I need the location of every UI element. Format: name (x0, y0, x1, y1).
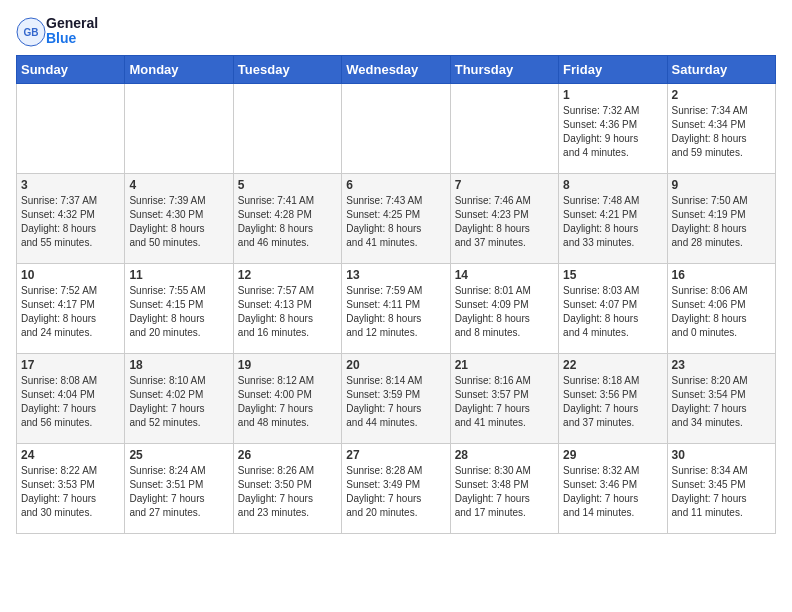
day-info: Sunrise: 7:48 AM Sunset: 4:21 PM Dayligh… (563, 194, 662, 250)
calendar-cell: 27Sunrise: 8:28 AM Sunset: 3:49 PM Dayli… (342, 443, 450, 533)
day-number: 30 (672, 448, 771, 462)
calendar-cell: 15Sunrise: 8:03 AM Sunset: 4:07 PM Dayli… (559, 263, 667, 353)
day-info: Sunrise: 8:12 AM Sunset: 4:00 PM Dayligh… (238, 374, 337, 430)
calendar-cell: 16Sunrise: 8:06 AM Sunset: 4:06 PM Dayli… (667, 263, 775, 353)
day-number: 5 (238, 178, 337, 192)
calendar-cell: 22Sunrise: 8:18 AM Sunset: 3:56 PM Dayli… (559, 353, 667, 443)
day-info: Sunrise: 7:46 AM Sunset: 4:23 PM Dayligh… (455, 194, 554, 250)
day-info: Sunrise: 8:14 AM Sunset: 3:59 PM Dayligh… (346, 374, 445, 430)
day-info: Sunrise: 8:32 AM Sunset: 3:46 PM Dayligh… (563, 464, 662, 520)
day-number: 1 (563, 88, 662, 102)
calendar-cell (342, 83, 450, 173)
day-number: 24 (21, 448, 120, 462)
day-info: Sunrise: 7:32 AM Sunset: 4:36 PM Dayligh… (563, 104, 662, 160)
calendar-cell: 13Sunrise: 7:59 AM Sunset: 4:11 PM Dayli… (342, 263, 450, 353)
calendar-week-row: 24Sunrise: 8:22 AM Sunset: 3:53 PM Dayli… (17, 443, 776, 533)
calendar-day-header-wednesday: Wednesday (342, 55, 450, 83)
calendar-cell (450, 83, 558, 173)
day-info: Sunrise: 7:43 AM Sunset: 4:25 PM Dayligh… (346, 194, 445, 250)
day-number: 2 (672, 88, 771, 102)
day-number: 4 (129, 178, 228, 192)
calendar-cell: 18Sunrise: 8:10 AM Sunset: 4:02 PM Dayli… (125, 353, 233, 443)
calendar-week-row: 17Sunrise: 8:08 AM Sunset: 4:04 PM Dayli… (17, 353, 776, 443)
calendar-cell: 9Sunrise: 7:50 AM Sunset: 4:19 PM Daylig… (667, 173, 775, 263)
day-number: 23 (672, 358, 771, 372)
day-info: Sunrise: 7:55 AM Sunset: 4:15 PM Dayligh… (129, 284, 228, 340)
day-number: 22 (563, 358, 662, 372)
day-info: Sunrise: 7:39 AM Sunset: 4:30 PM Dayligh… (129, 194, 228, 250)
day-number: 14 (455, 268, 554, 282)
svg-text:GB: GB (24, 27, 39, 38)
day-number: 10 (21, 268, 120, 282)
day-number: 26 (238, 448, 337, 462)
day-info: Sunrise: 8:08 AM Sunset: 4:04 PM Dayligh… (21, 374, 120, 430)
calendar-cell: 6Sunrise: 7:43 AM Sunset: 4:25 PM Daylig… (342, 173, 450, 263)
calendar-header-row: SundayMondayTuesdayWednesdayThursdayFrid… (17, 55, 776, 83)
day-number: 16 (672, 268, 771, 282)
day-info: Sunrise: 7:57 AM Sunset: 4:13 PM Dayligh… (238, 284, 337, 340)
day-number: 7 (455, 178, 554, 192)
calendar-table: SundayMondayTuesdayWednesdayThursdayFrid… (16, 55, 776, 534)
page-header: GB General Blue (16, 16, 776, 47)
calendar-cell: 8Sunrise: 7:48 AM Sunset: 4:21 PM Daylig… (559, 173, 667, 263)
day-info: Sunrise: 8:18 AM Sunset: 3:56 PM Dayligh… (563, 374, 662, 430)
calendar-day-header-friday: Friday (559, 55, 667, 83)
calendar-cell: 3Sunrise: 7:37 AM Sunset: 4:32 PM Daylig… (17, 173, 125, 263)
day-number: 15 (563, 268, 662, 282)
day-info: Sunrise: 7:50 AM Sunset: 4:19 PM Dayligh… (672, 194, 771, 250)
calendar-day-header-monday: Monday (125, 55, 233, 83)
day-info: Sunrise: 8:03 AM Sunset: 4:07 PM Dayligh… (563, 284, 662, 340)
calendar-cell: 1Sunrise: 7:32 AM Sunset: 4:36 PM Daylig… (559, 83, 667, 173)
calendar-day-header-tuesday: Tuesday (233, 55, 341, 83)
calendar-cell: 10Sunrise: 7:52 AM Sunset: 4:17 PM Dayli… (17, 263, 125, 353)
day-number: 3 (21, 178, 120, 192)
calendar-cell: 5Sunrise: 7:41 AM Sunset: 4:28 PM Daylig… (233, 173, 341, 263)
logo: GB General Blue (16, 16, 98, 47)
day-info: Sunrise: 8:34 AM Sunset: 3:45 PM Dayligh… (672, 464, 771, 520)
calendar-cell: 25Sunrise: 8:24 AM Sunset: 3:51 PM Dayli… (125, 443, 233, 533)
day-number: 27 (346, 448, 445, 462)
calendar-cell: 17Sunrise: 8:08 AM Sunset: 4:04 PM Dayli… (17, 353, 125, 443)
day-info: Sunrise: 8:22 AM Sunset: 3:53 PM Dayligh… (21, 464, 120, 520)
day-info: Sunrise: 7:34 AM Sunset: 4:34 PM Dayligh… (672, 104, 771, 160)
day-info: Sunrise: 7:41 AM Sunset: 4:28 PM Dayligh… (238, 194, 337, 250)
calendar-day-header-saturday: Saturday (667, 55, 775, 83)
day-info: Sunrise: 8:26 AM Sunset: 3:50 PM Dayligh… (238, 464, 337, 520)
calendar-cell: 21Sunrise: 8:16 AM Sunset: 3:57 PM Dayli… (450, 353, 558, 443)
calendar-week-row: 10Sunrise: 7:52 AM Sunset: 4:17 PM Dayli… (17, 263, 776, 353)
calendar-cell: 2Sunrise: 7:34 AM Sunset: 4:34 PM Daylig… (667, 83, 775, 173)
day-number: 28 (455, 448, 554, 462)
calendar-week-row: 3Sunrise: 7:37 AM Sunset: 4:32 PM Daylig… (17, 173, 776, 263)
day-number: 21 (455, 358, 554, 372)
day-info: Sunrise: 8:01 AM Sunset: 4:09 PM Dayligh… (455, 284, 554, 340)
calendar-cell: 24Sunrise: 8:22 AM Sunset: 3:53 PM Dayli… (17, 443, 125, 533)
day-info: Sunrise: 8:30 AM Sunset: 3:48 PM Dayligh… (455, 464, 554, 520)
day-info: Sunrise: 7:37 AM Sunset: 4:32 PM Dayligh… (21, 194, 120, 250)
calendar-cell: 7Sunrise: 7:46 AM Sunset: 4:23 PM Daylig… (450, 173, 558, 263)
calendar-cell (233, 83, 341, 173)
calendar-cell: 20Sunrise: 8:14 AM Sunset: 3:59 PM Dayli… (342, 353, 450, 443)
day-info: Sunrise: 8:20 AM Sunset: 3:54 PM Dayligh… (672, 374, 771, 430)
calendar-day-header-thursday: Thursday (450, 55, 558, 83)
day-info: Sunrise: 7:59 AM Sunset: 4:11 PM Dayligh… (346, 284, 445, 340)
calendar-cell: 4Sunrise: 7:39 AM Sunset: 4:30 PM Daylig… (125, 173, 233, 263)
calendar-cell: 26Sunrise: 8:26 AM Sunset: 3:50 PM Dayli… (233, 443, 341, 533)
day-info: Sunrise: 8:06 AM Sunset: 4:06 PM Dayligh… (672, 284, 771, 340)
calendar-cell: 29Sunrise: 8:32 AM Sunset: 3:46 PM Dayli… (559, 443, 667, 533)
day-number: 12 (238, 268, 337, 282)
day-number: 9 (672, 178, 771, 192)
day-number: 13 (346, 268, 445, 282)
day-info: Sunrise: 8:16 AM Sunset: 3:57 PM Dayligh… (455, 374, 554, 430)
day-info: Sunrise: 8:10 AM Sunset: 4:02 PM Dayligh… (129, 374, 228, 430)
calendar-cell (17, 83, 125, 173)
day-number: 8 (563, 178, 662, 192)
calendar-cell: 14Sunrise: 8:01 AM Sunset: 4:09 PM Dayli… (450, 263, 558, 353)
calendar-cell: 19Sunrise: 8:12 AM Sunset: 4:00 PM Dayli… (233, 353, 341, 443)
day-info: Sunrise: 8:28 AM Sunset: 3:49 PM Dayligh… (346, 464, 445, 520)
day-number: 17 (21, 358, 120, 372)
day-number: 11 (129, 268, 228, 282)
day-number: 29 (563, 448, 662, 462)
day-number: 20 (346, 358, 445, 372)
day-info: Sunrise: 8:24 AM Sunset: 3:51 PM Dayligh… (129, 464, 228, 520)
calendar-week-row: 1Sunrise: 7:32 AM Sunset: 4:36 PM Daylig… (17, 83, 776, 173)
